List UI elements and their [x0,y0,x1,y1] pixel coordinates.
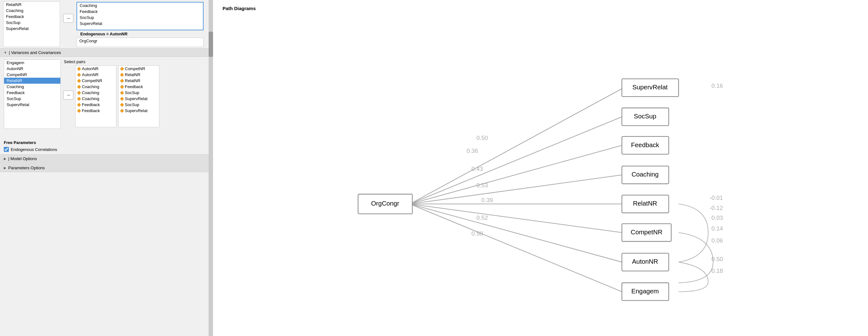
var-item-feedback[interactable]: Feedback [4,90,60,96]
top-lists-row: RelatNR Coaching Feedback SocSup SupervR… [0,0,209,48]
path-orgcongr-autonnr [410,204,622,262]
free-params-title: Free Parameters [4,140,205,145]
svg-marker-13 [120,97,124,101]
svg-marker-9 [120,73,124,77]
list-item-orgcongr[interactable]: OrgCongr [77,38,203,44]
pairs-left-list[interactable]: AutonNR AutonNR CompetNR Coaching [75,65,116,127]
var-item-coaching[interactable]: Coaching [4,84,60,90]
pairs-arrow-button[interactable]: → [63,91,73,99]
diamond-icon [77,79,81,83]
pairs-inner: → AutonNR AutonNR CompetNR [63,65,205,127]
diamond-icon [77,85,81,89]
endogenous-label: Endogenous = AutonNR [76,30,204,38]
pair-right-competNR[interactable]: CompetNR [119,66,159,72]
free-parameters-section: Free Parameters Endogenous Correlations [0,138,209,155]
list-item-coaching[interactable]: Coaching [3,8,60,13]
endogenous-sub-list[interactable]: OrgCongr [76,38,204,47]
list-item-supervrelat[interactable]: SupervRelat [3,26,60,32]
var-item-socsup[interactable]: SocSup [4,96,60,102]
list-item-feedback[interactable]: Feedback [3,13,60,20]
variances-section-header[interactable]: ▼ | Variances and Covariances [0,48,209,57]
diamond-icon [77,109,81,113]
pair-left-coaching-3[interactable]: Coaching [75,96,116,102]
diamond-icon [77,73,81,77]
var-item-autonnr[interactable]: AutonNR [4,66,60,72]
node-engagem-label: Engagem [631,288,659,295]
endogenous-correlations-checkbox[interactable] [4,147,9,152]
pairs-label: Select pairs [63,59,205,64]
left-variable-list[interactable]: RelatNR Coaching Feedback SocSup SupervR… [3,1,60,47]
pair-right-feedback[interactable]: Feedback [119,84,159,90]
pair-left-competNR[interactable]: CompetNR [75,78,116,84]
correlation-arc-3 [679,262,708,292]
svg-marker-15 [120,109,124,113]
pairs-right-list[interactable]: CompetNR RelatNR RelatNR Feedback [118,65,159,127]
node-socsup-label: SocSup [634,113,656,120]
endo-item-coaching[interactable]: Coaching [77,3,203,8]
list-item-relatnr[interactable]: RelatNR [3,2,60,8]
endo-item-feedback[interactable]: Feedback [77,8,203,14]
coeff-050-1: 0.50 [476,135,488,141]
pair-right-relatnr-1[interactable]: RelatNR [119,72,159,78]
path-orgcongr-feedback [410,145,622,204]
diamond-icon [120,73,124,77]
pair-left-feedback-2[interactable]: Feedback [75,108,116,114]
variances-toggle-icon: ▼ [4,51,7,54]
correlation-arc-2 [679,232,713,282]
path-orgcongr-engagem [410,204,622,292]
var-item-relatnr[interactable]: RelatNR [4,78,60,84]
middle-section: → Coaching Feedback SocSup SupervRelat E… [60,1,206,47]
variances-section-label: | Variances and Covariances [9,50,61,55]
model-options-header[interactable]: ▶ | Model Options [0,155,209,163]
svg-marker-11 [120,85,124,89]
rcoeff-003: 0.03 [712,214,723,221]
pair-left-autonnr-2[interactable]: AutonNR [75,72,116,78]
node-relatnr-label: RelatNR [633,200,657,207]
scrollbar-thumb[interactable] [209,32,213,57]
svg-marker-14 [120,103,124,107]
endogenous-label-text: Endogenous = AutonNR [80,32,127,36]
var-item-supervrelat[interactable]: SupervRelat [4,102,60,108]
panel-divider [209,0,213,336]
parameters-options-header[interactable]: ▶ Parameters Options [0,164,209,172]
svg-marker-10 [120,79,124,83]
node-supervrelat-label: SupervRelat [632,84,668,91]
pair-left-coaching-1[interactable]: Coaching [75,84,116,90]
pair-right-supervrelat[interactable]: SupervRelat [119,96,159,102]
coeff-043: 0.43 [472,165,483,172]
pair-right-supervrelat-2[interactable]: SupervRelat [119,108,159,114]
svg-marker-1 [77,73,81,77]
pair-left-feedback-1[interactable]: Feedback [75,102,116,108]
node-orgcongr-label: OrgCongr [371,200,399,207]
endogenous-correlations-row: Endogenous Correlations [4,147,205,152]
path-diagrams-title: Path Diagrams [213,0,868,11]
endogenous-list[interactable]: Coaching Feedback SocSup SupervRelat [76,2,204,30]
diamond-icon [77,67,81,71]
endo-item-supervrelat[interactable]: SupervRelat [77,21,203,27]
var-item-engagem[interactable]: Engagem [4,60,60,66]
svg-marker-7 [77,109,81,113]
parameters-options-label: Parameters Options [8,165,45,170]
coeff-052: 0.52 [476,214,488,221]
pair-right-relatnr-2[interactable]: RelatNR [119,78,159,84]
pair-left-coaching-2[interactable]: Coaching [75,90,116,96]
left-panel: RelatNR Coaching Feedback SocSup SupervR… [0,0,209,336]
var-item-competNR[interactable]: CompetNR [4,72,60,78]
right-panel: Path Diagrams 0.50 0.36 0.43 0.53 0.39 0… [213,0,868,336]
svg-marker-4 [77,91,81,95]
add-arrow-button[interactable]: → [63,14,73,23]
pair-right-socsup-1[interactable]: SocSup [119,90,159,96]
variances-variable-list[interactable]: Engagem AutonNR CompetNR RelatNR Coachin… [4,59,61,129]
pair-right-socsup-2[interactable]: SocSup [119,102,159,108]
rcoeff-018: 0.18 [712,267,723,274]
parameters-options-toggle-icon: ▶ [4,166,6,170]
path-orgcongr-coaching [410,175,622,204]
model-options-toggle-icon: ▶ [4,157,6,160]
path-orgcongr-socsup [410,117,622,204]
endo-item-socsup[interactable]: SocSup [77,14,203,21]
list-item-socsup[interactable]: SocSup [3,20,60,26]
node-feedback-label: Feedback [631,141,659,148]
pair-left-autonnr-1[interactable]: AutonNR [75,66,116,72]
scrollbar[interactable] [204,131,209,138]
svg-marker-0 [77,67,81,71]
